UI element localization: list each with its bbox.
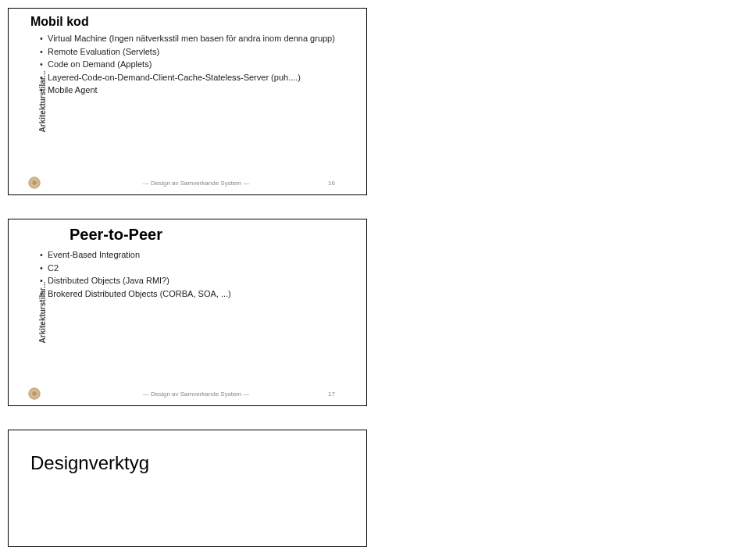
list-item: Virtual Machine (Ingen nätverksstil men … xyxy=(40,32,360,45)
slide-title: Peer-to-Peer xyxy=(70,226,360,244)
svg-point-1 xyxy=(32,180,36,184)
slide-title: Mobil kod xyxy=(30,15,360,29)
slide-list: Event-Based Integration C2 Distributed O… xyxy=(30,248,360,300)
svg-point-3 xyxy=(32,391,36,395)
footer-logo-icon xyxy=(27,176,41,190)
slide-title: Designverktyg xyxy=(30,452,360,474)
footer-text: — Design av Samverkande System — xyxy=(41,391,351,398)
slide-1: Arkitekturstilar... Mobil kod Virtual Ma… xyxy=(8,8,367,195)
list-item: Distributed Objects (Java RMI?) xyxy=(40,274,360,287)
list-item: Code on Demand (Applets) xyxy=(40,58,360,71)
list-item: Mobile Agent xyxy=(40,84,360,97)
slide-list: Virtual Machine (Ingen nätverksstil men … xyxy=(30,32,360,97)
footer-text: — Design av Samverkande System — xyxy=(41,180,351,187)
slide-footer: — Design av Samverkande System — 16 xyxy=(9,176,366,190)
slide-3: Designverktyg xyxy=(8,430,367,547)
slide-2: Arkitekturstilar... Peer-to-Peer Event-B… xyxy=(8,219,367,406)
list-item: C2 xyxy=(40,262,360,275)
footer-page-number: 16 xyxy=(328,180,335,187)
slide-footer: — Design av Samverkande System — 17 xyxy=(9,387,366,401)
list-item: Layered-Code-on-Demand-Client-Cache-Stat… xyxy=(40,71,360,84)
list-item: Event-Based Integration xyxy=(40,248,360,262)
footer-page-number: 17 xyxy=(328,391,335,398)
list-item: Remote Evaluation (Servlets) xyxy=(40,45,360,59)
list-item: Brokered Distributed Objects (CORBA, SOA… xyxy=(40,287,360,301)
footer-logo-icon xyxy=(27,387,41,401)
